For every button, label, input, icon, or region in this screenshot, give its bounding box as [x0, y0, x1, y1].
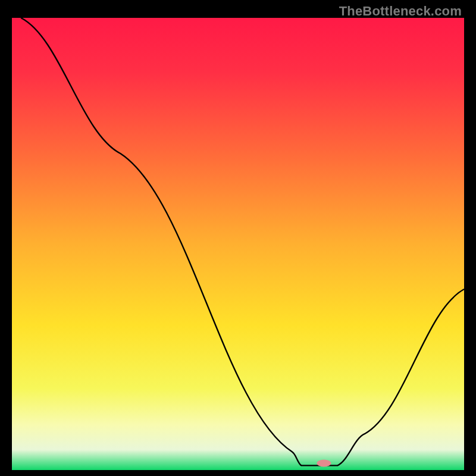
selected-point-marker	[317, 460, 331, 467]
chart-svg	[12, 18, 464, 470]
watermark-text: TheBottleneck.com	[339, 4, 462, 19]
chart-frame	[12, 18, 464, 470]
chart-background	[12, 18, 464, 470]
